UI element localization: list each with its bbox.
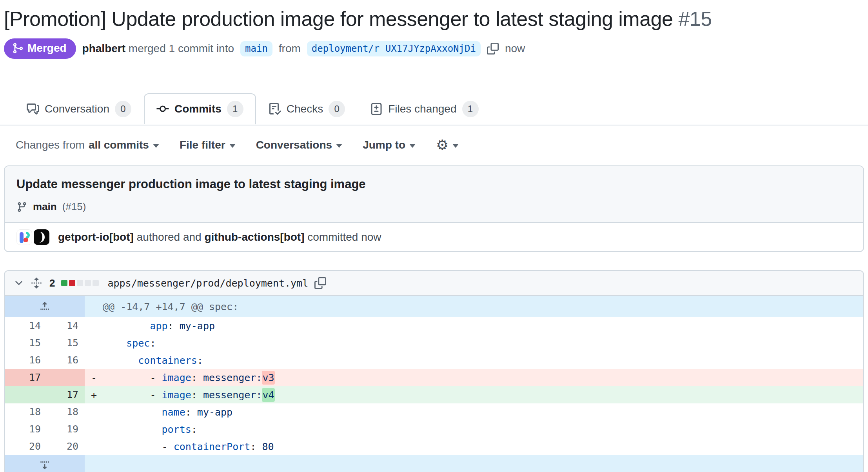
diff-old-line-number[interactable]: 18 [5,403,45,421]
code-segment: : [191,372,203,383]
diff-line-row: 1818 name: my-app [5,403,863,421]
file-path[interactable]: apps/messenger/prod/deployment.yml [107,278,308,289]
diff-old-line-number[interactable] [5,386,45,403]
diff-settings-dropdown[interactable]: ⚙ [436,138,459,152]
code-segment: name [162,407,185,418]
changes-from-dropdown[interactable]: Changes from all commits [16,139,159,151]
code-segment: my-app [180,320,215,332]
diff-code-line: - - image: messenger:v3 [85,369,863,386]
commit-author[interactable]: getport-io[bot] [58,231,134,243]
expand-down-button[interactable] [5,455,85,472]
diff-line-row: 1515 spec: [5,334,863,352]
tab-count-badge: 1 [462,101,479,117]
tab-checks[interactable]: Checks 0 [256,93,358,125]
diff-new-line-number[interactable]: 16 [45,352,85,369]
file-collapse-toggle[interactable] [13,278,24,289]
diff-code-line: spec: [85,334,863,352]
code-segment: - [103,389,162,401]
gear-icon: ⚙ [436,138,449,152]
changed-lines-count: 2 [49,277,55,289]
caret-down-icon [153,144,159,148]
git-branch-icon [16,202,27,212]
code-segment: image [162,389,191,401]
comment-discussion-icon [27,103,39,115]
code-segment: containers [138,355,197,366]
diff-new-line-number[interactable]: 15 [45,334,85,352]
commit-committer[interactable]: github-actions[bot] [204,231,304,243]
diffstat-square-neutral [93,280,99,286]
diff-line-row: 2020 - containerPort: 80 [5,438,863,455]
code-segment: messenger: [203,372,262,383]
copy-icon [314,277,326,289]
diff-table: 1414 app: my-app1515 spec:1616 container… [5,317,863,455]
code-segment: : [185,407,197,418]
code-segment: v4 [262,388,274,402]
attribution-text: getport-io[bot] authored and github-acti… [58,231,381,243]
diff-old-line-number[interactable]: 19 [5,421,45,438]
diff-old-line-number[interactable]: 20 [5,438,45,455]
code-segment: my-app [197,407,232,418]
merged-status-badge: Merged [4,38,76,59]
diff-new-line-number[interactable]: 17 [45,386,85,403]
conversations-dropdown[interactable]: Conversations [256,139,343,151]
tab-label: Checks [287,103,323,115]
code-segment: : [191,389,203,401]
head-branch-ref[interactable]: deployment/r_UX17JYzpAxxoNjDi [307,41,481,56]
expand-up-icon [39,301,51,312]
diffstat [61,280,99,286]
diff-old-line-number[interactable]: 14 [5,317,45,334]
jump-to-dropdown[interactable]: Jump to [363,139,416,151]
code-segment: app [150,320,167,332]
expand-bottom-row [5,455,863,472]
tab-count-badge: 1 [227,101,243,117]
pr-number: #15 [678,7,712,30]
caret-down-icon [229,144,236,148]
diff-new-line-number[interactable]: 19 [45,421,85,438]
pr-tabs: Conversation 0 Commits 1 Checks 0 Files … [0,93,868,125]
caret-down-icon [409,144,416,148]
git-merge-icon [12,42,24,54]
tab-conversation[interactable]: Conversation 0 [14,93,144,125]
copy-branch-button[interactable] [487,43,499,54]
avatar-github-actions-bot[interactable] [34,229,49,245]
diffstat-square-add [61,280,67,286]
diff-new-line-number[interactable]: 18 [45,403,85,421]
code-segment: - [103,372,162,383]
expand-all-button[interactable] [31,277,42,289]
expand-up-button[interactable] [5,296,85,317]
diff-line-marker: + [85,389,103,401]
diff-new-line-number[interactable]: 20 [45,438,85,455]
commit-attribution: getport-io[bot] authored and github-acti… [5,222,863,251]
base-branch-ref[interactable]: main [240,41,272,56]
diff-card: 2 apps/messenger/prod/deployment.yml @@ … [4,270,864,472]
diff-code-line: - containerPort: 80 [85,438,863,455]
diff-line-row: 1616 containers: [5,352,863,369]
file-filter-dropdown[interactable]: File filter [180,139,236,151]
tab-label: Commits [174,103,222,115]
code-segment [103,355,138,366]
code-segment: : [150,338,156,349]
code-segment: image [162,372,191,383]
diff-old-line-number[interactable]: 15 [5,334,45,352]
diffstat-square-neutral [85,280,91,286]
diff-old-line-number[interactable]: 16 [5,352,45,369]
commit-avatars [16,229,49,245]
tab-files-changed[interactable]: Files changed 1 [358,93,491,125]
avatar-getport-bot[interactable] [16,229,32,245]
commit-title[interactable]: Update messenger production image to lat… [16,177,852,191]
byline-author[interactable]: phalbert [82,42,125,54]
code-segment [103,424,162,435]
pr-title: [Promotion] Update production image for … [4,6,864,31]
tab-commits[interactable]: Commits 1 [144,93,256,125]
byline-from: from [279,42,301,55]
diff-new-line-number[interactable]: 14 [45,317,85,334]
diff-file-header: 2 apps/messenger/prod/deployment.yml [5,271,863,296]
diff-line-row: 1919 ports: [5,421,863,438]
diff-line-row: 1414 app: my-app [5,317,863,334]
diff-new-line-number[interactable] [45,369,85,386]
code-segment: containerPort [174,441,251,452]
diff-old-line-number[interactable]: 17 [5,369,45,386]
code-segment: ports [162,424,191,435]
copy-path-button[interactable] [314,277,326,289]
diff-code-line: name: my-app [85,403,863,421]
